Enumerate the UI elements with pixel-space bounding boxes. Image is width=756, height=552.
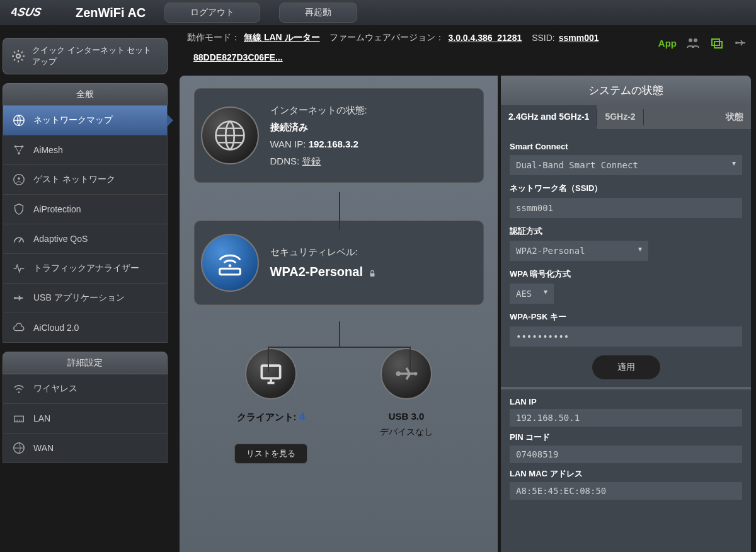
auth-select[interactable]: WPA2-Personal (510, 241, 648, 261)
nav-label: AiMesh (33, 145, 63, 155)
view-list-button[interactable]: リストを見る (234, 444, 307, 464)
globe-icon (11, 112, 27, 129)
gear-icon (11, 48, 26, 64)
wifi-icon (11, 381, 27, 397)
clients-card[interactable]: クライアント: 4 リストを見る (210, 348, 333, 464)
globe-user-icon (11, 171, 27, 188)
ssid-label: ネットワーク名（SSID） (510, 183, 742, 194)
security-value: WPA2-Personal (270, 265, 363, 279)
ssid-link[interactable]: ssmm001 (559, 33, 599, 43)
product-name: ZenWiFi AC (76, 6, 146, 20)
usb-status-icon[interactable] (733, 37, 748, 49)
gauge-icon (11, 231, 27, 247)
nav-label: WAN (33, 443, 54, 453)
connector-line (268, 347, 269, 372)
reboot-button[interactable]: 再起動 (279, 3, 357, 23)
shield-icon (11, 201, 27, 217)
svg-point-6 (16, 54, 20, 58)
lan-ip-label: LAN IP (510, 397, 742, 406)
nav-guest-network[interactable]: ゲスト ネットワーク (3, 165, 168, 195)
svg-point-12 (18, 177, 20, 180)
nav-label: AiCloud 2.0 (33, 323, 79, 333)
fw-version-link[interactable]: 3.0.0.4.386_21281 (448, 33, 522, 43)
lan-ip-value: 192.168.50.1 (510, 409, 742, 427)
wan-status-icon[interactable] (709, 37, 724, 49)
tab-24-5ghz1[interactable]: 2.4GHz and 5GHz-1 (501, 105, 597, 129)
nav-adaptive-qos[interactable]: Adaptive QoS (3, 224, 168, 254)
security-info: セキュリティレベル: WPA2-Personal (270, 243, 377, 283)
smart-connect-select[interactable]: Dual-Band Smart Connect (510, 155, 742, 175)
internet-status-card[interactable]: インターネットの状態: 接続済み WAN IP: 192.168.3.2 DDN… (194, 88, 484, 183)
divider (501, 387, 751, 389)
connector-line (410, 347, 411, 372)
cloud-icon (11, 319, 27, 336)
nav-usb-app[interactable]: USB アプリケーション (3, 284, 168, 313)
top-bar: ASUS ZenWiFi AC ログアウト 再起動 (0, 0, 756, 25)
psk-input[interactable] (510, 326, 742, 347)
mac-snippet[interactable]: 88DDE827D3C06FE... (193, 52, 283, 62)
nav-aimesh[interactable]: AiMesh (3, 135, 168, 165)
status-bar: 動作モード： 無線 LAN ルーター ファームウェアバージョン： 3.0.0.4… (180, 25, 756, 69)
svg-point-23 (414, 372, 418, 376)
system-status-title: システムの状態 (501, 76, 751, 105)
lan-mac-label: LAN MAC アドレス (510, 468, 742, 480)
ddns-value[interactable]: 登録 (302, 156, 321, 166)
tab-status[interactable]: 状態 (718, 105, 751, 129)
nav-label: ワイヤレス (33, 383, 77, 394)
nav-lan[interactable]: LAN (3, 404, 168, 434)
nav-aiprotection[interactable]: AiProtection (3, 195, 168, 224)
pulse-icon (11, 260, 27, 277)
advanced-header: 詳細設定 (3, 352, 168, 374)
ssid-input[interactable] (510, 198, 742, 218)
logout-button[interactable]: ログアウト (164, 3, 260, 23)
nav-label: ゲスト ネットワーク (33, 174, 115, 185)
mode-label: 動作モード： (187, 32, 240, 43)
internet-status: 接続済み (270, 122, 308, 132)
asus-logo: ASUS (11, 3, 68, 23)
usb-label: USB 3.0 (345, 411, 468, 422)
sidebar: クイック インターネット セットアップ 全般 ネットワークマップ AiMesh … (3, 38, 168, 463)
globe-icon (201, 106, 259, 164)
mode-value-link[interactable]: 無線 LAN ルーター (244, 32, 320, 43)
guest-icon[interactable] (685, 37, 701, 49)
app-link[interactable]: App (658, 38, 677, 49)
nav-wan[interactable]: WAN (3, 434, 168, 463)
ssid-label: SSID: (532, 33, 555, 43)
lan-icon (11, 410, 27, 427)
nav-wireless[interactable]: ワイヤレス (3, 374, 168, 404)
monitor-icon (245, 348, 297, 400)
internet-label: インターネットの状態: (270, 105, 367, 115)
enc-select[interactable]: AES (510, 284, 554, 304)
nav-network-map[interactable]: ネットワークマップ (3, 106, 168, 135)
apply-button[interactable]: 適用 (592, 355, 660, 379)
nav-label: USB アプリケーション (33, 292, 125, 304)
svg-rect-20 (370, 273, 375, 276)
svg-rect-21 (261, 365, 280, 378)
globe-icon (11, 440, 27, 456)
usb-status: デバイスなし (345, 427, 468, 438)
nav-aicloud[interactable]: AiCloud 2.0 (3, 313, 168, 343)
nav-traffic-analyzer[interactable]: トラフィックアナライザー (3, 254, 168, 284)
smart-connect-label: Smart Connect (510, 142, 742, 151)
nav-label: AiProtection (33, 204, 81, 214)
security-card[interactable]: セキュリティレベル: WPA2-Personal (194, 221, 484, 305)
router-icon (201, 234, 259, 292)
nav-label: Adaptive QoS (33, 234, 88, 244)
wan-ip-label: WAN IP: (270, 139, 306, 149)
pin-value: 07408519 (510, 446, 742, 463)
status-icons: App (658, 37, 748, 49)
status-tabs: 2.4GHz and 5GHz-1 5GHz-2 状態 (501, 105, 751, 129)
tab-5ghz2[interactable]: 5GHz-2 (597, 105, 643, 129)
lock-icon (368, 269, 377, 278)
ddns-label: DDNS: (270, 156, 300, 166)
qis-label: クイック インターネット セットアップ (32, 45, 159, 67)
security-label: セキュリティレベル: (270, 246, 358, 257)
usb-card[interactable]: USB 3.0 デバイスなし (345, 348, 468, 464)
svg-point-1 (689, 38, 692, 42)
psk-label: WPA-PSK キー (510, 311, 742, 323)
wireless-form: Smart Connect Dual-Band Smart Connect ネッ… (501, 129, 751, 505)
pin-label: PIN コード (510, 432, 742, 443)
auth-label: 認証方式 (510, 226, 742, 237)
qis-button[interactable]: クイック インターネット セットアップ (3, 38, 168, 74)
main-panel: インターネットの状態: 接続済み WAN IP: 192.168.3.2 DDN… (180, 76, 498, 552)
